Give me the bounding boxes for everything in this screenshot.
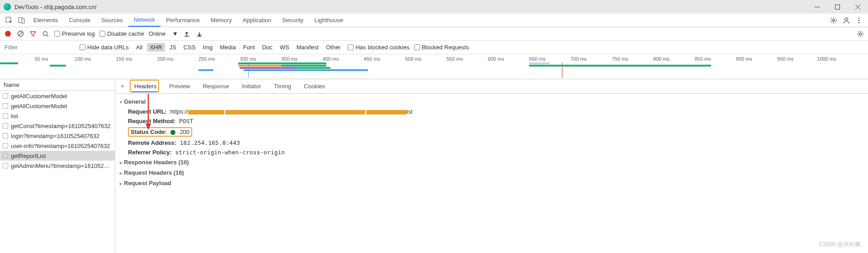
request-list-header[interactable]: Name xyxy=(0,79,115,91)
status-dot-icon xyxy=(170,130,175,135)
request-name: getAllCustomerModel xyxy=(11,103,67,110)
type-filter-other[interactable]: Other xyxy=(323,43,344,52)
type-filter-font[interactable]: Font xyxy=(241,43,258,52)
inspect-element-icon[interactable] xyxy=(3,14,15,27)
type-filter-xhr[interactable]: XHR xyxy=(147,43,165,52)
request-favicon-icon xyxy=(3,113,8,119)
blocked-cookies-checkbox[interactable]: Has blocked cookies xyxy=(348,44,409,51)
timeline-tick: 800 ms xyxy=(653,56,670,62)
details-tab-headers[interactable]: Headers xyxy=(128,79,163,93)
timeline-tick: 200 ms xyxy=(157,56,174,62)
search-icon[interactable] xyxy=(42,30,50,38)
window-maximize-button[interactable] xyxy=(827,0,848,14)
hide-data-urls-checkbox[interactable]: Hide data URLs xyxy=(80,44,129,51)
request-row[interactable]: user-info?timestamp=1610525407632 xyxy=(0,141,115,151)
request-row[interactable]: list xyxy=(0,111,115,121)
type-filter-all[interactable]: All xyxy=(133,43,145,52)
details-tab-response[interactable]: Response xyxy=(196,79,236,93)
type-filter-ws[interactable]: WS xyxy=(277,43,292,52)
request-favicon-icon xyxy=(3,163,8,168)
type-filter-js[interactable]: JS xyxy=(167,43,179,52)
timeline-bar xyxy=(238,65,281,67)
request-favicon-icon xyxy=(3,133,8,138)
svg-point-8 xyxy=(845,18,848,20)
panel-tab-application[interactable]: Application xyxy=(237,14,277,27)
general-status-code: Status Code: 200 xyxy=(115,126,868,138)
throttling-value: Online xyxy=(149,30,166,37)
panel-tab-network[interactable]: Network xyxy=(128,14,161,27)
settings-gear-icon[interactable] xyxy=(827,17,840,24)
panel-tab-memory[interactable]: Memory xyxy=(205,14,237,27)
request-details-pane: × HeadersPreviewResponseInitiatorTimingC… xyxy=(115,79,868,253)
section-request-headers[interactable]: Request Headers (16) xyxy=(115,167,868,178)
svg-point-9 xyxy=(859,17,860,19)
panel-tab-console[interactable]: Console xyxy=(63,14,96,27)
domcontentloaded-marker xyxy=(248,62,249,78)
request-name: getAdminMenu?timestamp=161052540... xyxy=(11,162,112,169)
window-close-button[interactable] xyxy=(848,0,868,14)
account-icon[interactable] xyxy=(840,17,853,24)
disable-cache-checkbox[interactable]: Disable cache xyxy=(99,30,144,37)
window-minimize-button[interactable] xyxy=(807,0,827,14)
preserve-log-checkbox[interactable]: Preserve log xyxy=(54,30,95,37)
type-filter-img[interactable]: Img xyxy=(200,43,216,52)
panel-tab-security[interactable]: Security xyxy=(277,14,309,27)
request-row[interactable]: getAllCustomerModel xyxy=(0,101,115,111)
load-marker xyxy=(562,62,562,78)
download-har-icon[interactable] xyxy=(195,30,203,38)
svg-rect-6 xyxy=(22,19,24,23)
close-details-button[interactable]: × xyxy=(117,79,128,93)
network-settings-gear-icon[interactable] xyxy=(856,30,864,38)
details-tab-preview[interactable]: Preview xyxy=(163,79,196,93)
timeline-tick: 550 ms xyxy=(447,56,463,62)
panel-tab-lighthouse[interactable]: Lighthouse xyxy=(309,14,349,27)
panel-tab-performance[interactable]: Performance xyxy=(160,14,205,27)
details-tab-cookies[interactable]: Cookies xyxy=(297,79,331,93)
upload-har-icon[interactable] xyxy=(183,30,191,38)
svg-line-15 xyxy=(47,35,49,37)
panel-tab-sources[interactable]: Sources xyxy=(96,14,128,27)
section-general[interactable]: General xyxy=(115,96,868,107)
request-row[interactable]: getReportList xyxy=(0,151,115,161)
svg-rect-1 xyxy=(835,5,840,9)
details-tab-timing[interactable]: Timing xyxy=(268,79,298,93)
timeline-tick: 950 ms xyxy=(777,56,793,62)
timeline-bar xyxy=(529,65,562,67)
timeline-tick: 1000 ms xyxy=(817,56,836,62)
timeline-tick: 400 ms xyxy=(322,56,339,62)
clear-button[interactable] xyxy=(16,30,24,38)
type-filter-media[interactable]: Media xyxy=(217,43,238,52)
timeline-tick: 150 ms xyxy=(116,56,132,62)
filter-icon[interactable] xyxy=(29,30,37,38)
timeline-tick: 100 ms xyxy=(75,56,91,62)
type-filter-manifest[interactable]: Manifest xyxy=(294,43,321,52)
section-response-headers[interactable]: Response Headers (10) xyxy=(115,157,868,167)
blocked-cookies-label: Has blocked cookies xyxy=(355,44,409,51)
network-timeline-overview[interactable]: 50 ms100 ms150 ms200 ms250 ms300 ms350 m… xyxy=(0,54,868,79)
type-filter-css[interactable]: CSS xyxy=(181,43,198,52)
details-tab-initiator[interactable]: Initiator xyxy=(236,79,268,93)
timeline-bar xyxy=(297,67,330,69)
network-lower-split: Name getAllCustomerModelgetAllCustomerMo… xyxy=(0,79,868,253)
details-body: General Request URL: https://ist Request… xyxy=(115,94,868,253)
request-row[interactable]: login?timestamp=1610525407632 xyxy=(0,131,115,141)
request-row[interactable]: getAllCustomerModel xyxy=(0,91,115,101)
more-menu-icon[interactable] xyxy=(853,17,865,24)
blocked-requests-label: Blocked Requests xyxy=(422,44,469,51)
type-filter-doc[interactable]: Doc xyxy=(259,43,275,52)
panel-tab-elements[interactable]: Elements xyxy=(28,14,63,27)
general-request-url: Request URL: https://ist xyxy=(115,107,868,116)
throttling-select[interactable]: Online ▼ xyxy=(149,30,178,37)
blocked-requests-checkbox[interactable]: Blocked Requests xyxy=(414,44,469,51)
filter-input[interactable] xyxy=(3,43,75,52)
section-request-payload[interactable]: Request Payload xyxy=(115,178,868,188)
record-button[interactable] xyxy=(4,30,12,38)
timeline-tick: 500 ms xyxy=(405,56,421,62)
device-toolbar-icon[interactable] xyxy=(15,14,28,27)
request-row[interactable]: getAdminMenu?timestamp=161052540... xyxy=(0,161,115,171)
network-controls-bar: Preserve log Disable cache Online ▼ xyxy=(0,27,868,41)
svg-line-13 xyxy=(19,32,23,36)
timeline-bar xyxy=(50,65,66,67)
timeline-bar xyxy=(281,65,327,67)
request-row[interactable]: getConst?timestamp=1610525407632 xyxy=(0,121,115,131)
